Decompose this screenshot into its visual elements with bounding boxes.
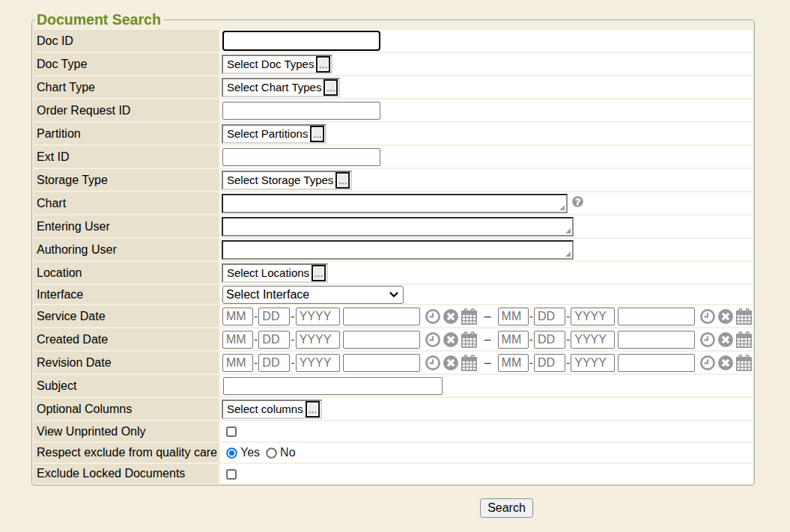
svg-text:?: ?: [575, 197, 580, 207]
